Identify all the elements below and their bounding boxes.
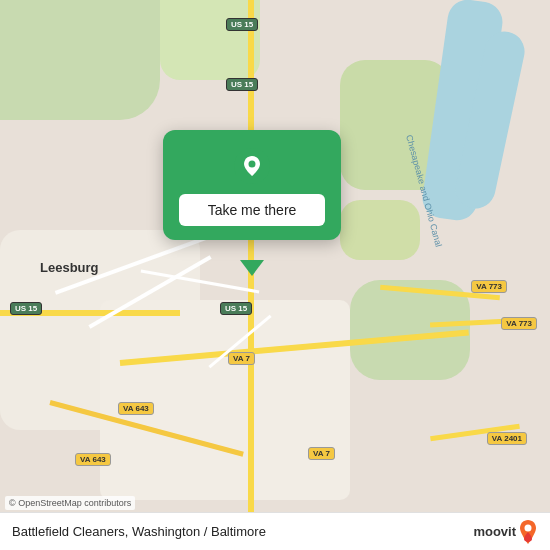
road-badge-us15: US 15 (226, 78, 258, 91)
green-area (0, 0, 160, 120)
road-badge-va643: VA 643 (118, 402, 154, 415)
road-badge-va773: VA 773 (501, 317, 537, 330)
suburb-area (100, 300, 350, 500)
road-badge-va2401: VA 2401 (487, 432, 527, 445)
svg-point-2 (525, 524, 532, 531)
bottom-bar: Battlefield Cleaners, Washington / Balti… (0, 512, 550, 550)
take-me-there-button[interactable]: Take me there (179, 194, 325, 226)
moovit-text: moovit (473, 524, 516, 539)
road-badge-us15: US 15 (220, 302, 252, 315)
city-label: Leesburg (40, 260, 99, 275)
moovit-logo: moovit (473, 520, 538, 544)
osm-attribution: © OpenStreetMap contributors (5, 496, 135, 510)
moovit-pin-icon (518, 520, 538, 544)
road-badge-va7: VA 7 (308, 447, 335, 460)
location-text: Battlefield Cleaners, Washington / Balti… (12, 524, 266, 539)
road-badge-va643: VA 643 (75, 453, 111, 466)
green-area (340, 200, 420, 260)
svg-point-1 (249, 161, 256, 168)
green-area (160, 0, 260, 80)
road-badge-us15: US 15 (10, 302, 42, 315)
road-badge-va7: VA 7 (228, 352, 255, 365)
road-badge-va773: VA 773 (471, 280, 507, 293)
location-pin-icon (234, 148, 270, 184)
popup-card: Take me there (163, 130, 341, 240)
popup-tail (240, 260, 264, 276)
map-container: Chesapeake and Ohio Canal US 15 US 15 US… (0, 0, 550, 550)
road-badge-us15: US 15 (226, 18, 258, 31)
